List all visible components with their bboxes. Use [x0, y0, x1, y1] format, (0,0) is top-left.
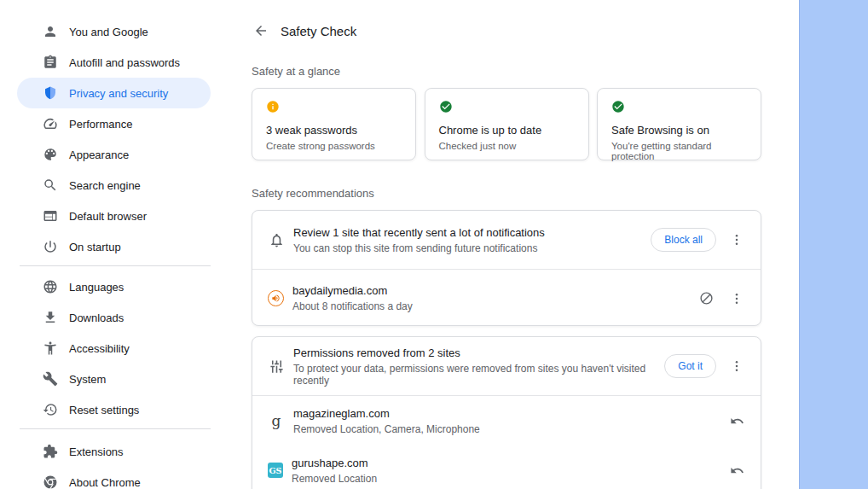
glance-card-updates[interactable]: Chrome is up to date Checked just now	[425, 88, 589, 160]
sidebar-item-privacy-and-security[interactable]: Privacy and security	[17, 78, 211, 108]
sidebar-item-label: Autofill and passwords	[69, 56, 180, 69]
check-circle-icon	[439, 100, 453, 114]
sidebar-item-appearance[interactable]: Appearance	[0, 139, 211, 170]
site-domain: baydailymedia.com	[292, 284, 696, 297]
glance-card-subtitle: Checked just now	[439, 141, 575, 151]
undo-icon[interactable]	[726, 410, 747, 431]
notifications-card-subtitle: You can stop this site from sending futu…	[293, 242, 642, 254]
glance-card-title: 3 weak passwords	[266, 124, 402, 137]
sidebar-item-label: Reset settings	[69, 404, 139, 416]
glance-card-title: Safe Browsing is on	[611, 124, 747, 137]
sidebar-item-label: You and Google	[69, 26, 148, 38]
notifications-review-card: Review 1 site that recently sent a lot o…	[252, 210, 761, 326]
palette-icon	[43, 147, 58, 162]
download-icon	[43, 310, 58, 325]
sidebar-item-autofill[interactable]: Autofill and passwords	[0, 47, 211, 78]
glance-card-passwords[interactable]: 3 weak passwords Create strong passwords	[252, 88, 416, 160]
sidebar-item-on-startup[interactable]: On startup	[0, 231, 211, 262]
site-row-magazineglam: g magazineglam.com Removed Location, Cam…	[252, 396, 761, 445]
sidebar-item-label: Extensions	[69, 445, 124, 458]
sidebar-item-label: On startup	[69, 241, 121, 253]
sidebar-item-accessibility[interactable]: Accessibility	[0, 333, 211, 364]
bell-icon	[268, 231, 285, 248]
site-row-gurushape: GS gurushape.com Removed Location	[252, 445, 761, 489]
site-favicon-speaker-icon	[268, 290, 284, 306]
check-circle-icon	[611, 100, 625, 114]
site-detail: Removed Location	[292, 473, 726, 485]
glance-cards-row: 3 weak passwords Create strong passwords…	[252, 88, 761, 160]
accessibility-icon	[43, 341, 58, 356]
sidebar-item-downloads[interactable]: Downloads	[0, 302, 211, 333]
page-title: Safety Check	[281, 24, 356, 38]
sidebar-item-label: Accessibility	[69, 342, 130, 355]
notifications-card-header: Review 1 site that recently sent a lot o…	[252, 211, 761, 269]
sidebar-item-label: About Chrome	[69, 476, 141, 489]
got-it-button[interactable]: Got it	[664, 354, 716, 378]
power-icon	[43, 239, 58, 254]
permissions-card-title: Permissions removed from 2 sites	[293, 346, 656, 359]
site-favicon-gs: GS	[268, 463, 283, 478]
sidebar-item-default-browser[interactable]: Default browser	[0, 201, 211, 231]
permissions-card-header: Permissions removed from 2 sites To prot…	[252, 337, 761, 395]
site-detail: About 8 notifications a day	[292, 300, 696, 312]
browser-side-panel	[799, 0, 868, 489]
permissions-card-subtitle: To protect your data, permissions were r…	[293, 363, 656, 387]
more-options-icon[interactable]	[726, 288, 747, 309]
chrome-logo-icon	[43, 474, 58, 489]
sidebar-item-extensions[interactable]: Extensions	[0, 436, 211, 467]
sidebar-item-label: Downloads	[69, 311, 124, 324]
sidebar-item-system[interactable]: System	[0, 364, 211, 394]
glance-card-subtitle: You're getting standard protection	[611, 141, 747, 161]
site-detail: Removed Location, Camera, Microphone	[293, 423, 726, 435]
block-site-icon[interactable]	[696, 288, 716, 309]
sidebar-item-about-chrome[interactable]: About Chrome	[0, 467, 211, 489]
block-all-button[interactable]: Block all	[651, 228, 716, 252]
sidebar-item-performance[interactable]: Performance	[0, 108, 211, 139]
sidebar-divider	[20, 428, 211, 429]
sidebar-item-reset-settings[interactable]: Reset settings	[0, 394, 211, 425]
glance-card-safe-browsing[interactable]: Safe Browsing is on You're getting stand…	[597, 88, 761, 160]
clipboard-icon	[43, 55, 58, 70]
sidebar-item-languages[interactable]: Languages	[0, 271, 211, 302]
site-domain: magazineglam.com	[293, 407, 726, 420]
sidebar-item-search-engine[interactable]: Search engine	[0, 170, 211, 201]
wrench-icon	[43, 371, 58, 387]
sidebar-item-label: Performance	[69, 118, 132, 131]
search-icon	[43, 178, 58, 193]
glance-card-title: Chrome is up to date	[439, 124, 575, 137]
sidebar-item-label: Search engine	[69, 179, 141, 192]
warning-info-icon	[266, 100, 280, 114]
globe-icon	[43, 279, 58, 294]
browser-window-icon	[43, 208, 58, 224]
permissions-removed-card: Permissions removed from 2 sites To prot…	[252, 336, 761, 489]
more-options-icon[interactable]	[726, 356, 747, 376]
notifications-card-title: Review 1 site that recently sent a lot o…	[293, 226, 642, 239]
sidebar-item-you-and-google[interactable]: You and Google	[0, 16, 211, 47]
more-options-icon[interactable]	[726, 230, 747, 250]
settings-sidebar: You and Google Autofill and passwords Pr…	[0, 0, 211, 489]
glance-card-subtitle: Create strong passwords	[266, 141, 402, 151]
site-domain: gurushape.com	[292, 457, 726, 469]
recommendations-section-label: Safety recommendations	[252, 187, 374, 200]
site-row-baydailymedia: baydailymedia.com About 8 notifications …	[252, 270, 761, 326]
page-header: Safety Check	[251, 19, 356, 43]
site-favicon-letter: g	[268, 412, 285, 429]
glance-section-label: Safety at a glance	[252, 65, 340, 78]
sidebar-divider	[20, 265, 211, 266]
sidebar-item-label: Privacy and security	[69, 87, 168, 100]
undo-icon[interactable]	[726, 460, 747, 480]
person-icon	[43, 24, 58, 39]
sidebar-item-label: Default browser	[69, 210, 147, 223]
shield-icon	[43, 85, 58, 101]
restore-icon	[43, 402, 58, 417]
tune-sliders-icon	[268, 358, 285, 375]
sidebar-item-label: Languages	[69, 281, 124, 294]
sidebar-item-label: Appearance	[69, 148, 129, 161]
back-arrow-icon[interactable]	[251, 20, 271, 41]
sidebar-item-label: System	[69, 373, 106, 386]
puzzle-icon	[43, 444, 58, 459]
speedometer-icon	[43, 116, 58, 131]
